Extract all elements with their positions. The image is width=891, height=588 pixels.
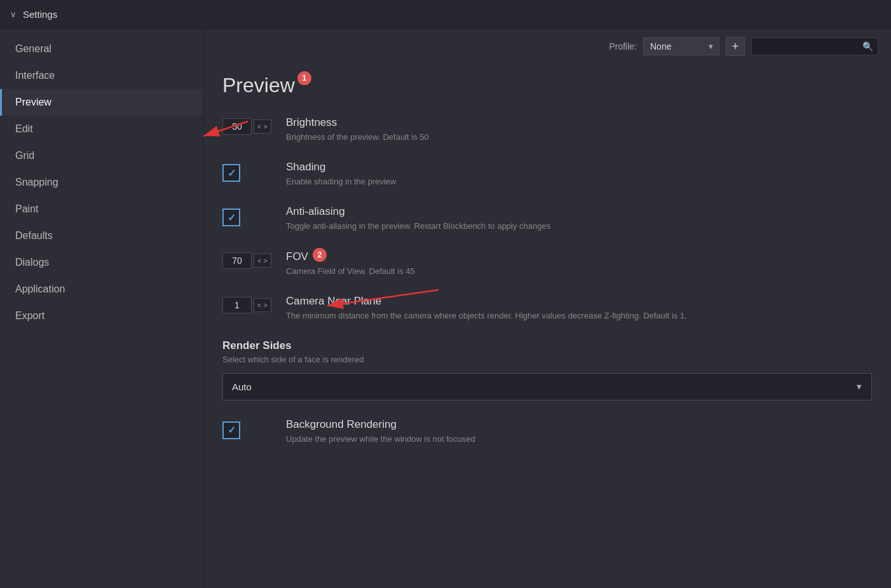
camera-near-plane-info: Camera Near Plane The minimum distance f… [286,295,872,322]
sidebar-item-preview[interactable]: Preview [0,89,203,116]
search-wrapper: 🔍 [751,38,878,55]
background-rendering-info: Background Rendering Update the preview … [286,418,872,445]
fov-number-row: < > [222,252,271,269]
fov-info: FOV 2 Camera Field of View. Default is 4… [286,250,872,277]
sidebar-item-dialogs[interactable]: Dialogs [0,249,203,276]
sidebar-item-application[interactable]: Application [0,276,203,303]
antialiasing-title: Anti-aliasing [286,205,872,218]
sidebar-label-application: Application [15,284,65,294]
sidebar-item-edit[interactable]: Edit [0,116,203,142]
antialiasing-checkmark: ✓ [228,212,236,224]
antialiasing-checkbox[interactable]: ✓ [222,209,240,226]
sidebar-label-general: General [15,43,51,54]
setting-row-camera-near-plane: < > Camera Near Plane The minimum distan… [222,295,872,322]
camera-near-plane-desc: The minimum distance from the camera whe… [286,310,872,322]
sidebar-item-general[interactable]: General [0,36,203,62]
page-title: Preview 1 [222,74,295,97]
sidebar-label-paint: Paint [15,203,38,214]
fov-title: FOV 2 [286,250,872,263]
camera-near-plane-arrows[interactable]: < > [254,298,271,312]
sidebar-item-grid[interactable]: Grid [0,142,203,169]
shading-control: ✓ [222,163,273,182]
page-badge: 1 [297,71,311,85]
profile-select-wrapper: None [643,38,719,55]
titlebar-title: Settings [23,9,57,20]
render-sides-select[interactable]: Auto Front Back Both [222,373,872,400]
main-layout: General Interface Preview Edit Grid Snap… [0,29,891,588]
brightness-desc: Brightness of the preview. Default is 50 [286,132,872,143]
sidebar-item-interface[interactable]: Interface [0,62,203,89]
antialiasing-info: Anti-aliasing Toggle anti-aliasing in th… [286,205,872,232]
content-area: Profile: None + 🔍 Preview 1 [203,29,891,588]
camera-near-plane-number-row: < > [222,297,271,313]
render-sides-desc: Select which side of a face is rendered [222,355,872,364]
render-sides-select-wrapper: Auto Front Back Both ▼ [222,373,872,400]
sidebar: General Interface Preview Edit Grid Snap… [0,29,203,588]
sidebar-item-defaults[interactable]: Defaults [0,222,203,249]
background-rendering-checkmark: ✓ [228,424,236,436]
shading-checkbox[interactable]: ✓ [222,164,240,182]
background-rendering-desc: Update the preview while the window is n… [286,434,872,445]
sidebar-label-dialogs: Dialogs [15,257,49,268]
antialiasing-control: ✓ [222,207,273,226]
sidebar-label-preview: Preview [15,97,51,107]
setting-row-brightness: < > Brightness Brightness of the preview… [222,116,872,143]
profile-select[interactable]: None [643,38,719,55]
sidebar-label-grid: Grid [15,150,34,161]
antialiasing-desc: Toggle anti-aliasing in the preview. Res… [286,221,872,232]
camera-near-plane-title: Camera Near Plane [286,295,872,308]
sidebar-label-interface: Interface [15,70,55,81]
brightness-number-row: < > [222,118,271,135]
setting-row-shading: ✓ Shading Enable shading in the preview [222,161,872,188]
camera-near-plane-input[interactable] [222,297,252,313]
setting-row-antialiasing: ✓ Anti-aliasing Toggle anti-aliasing in … [222,205,872,232]
profile-label: Profile: [609,41,637,51]
sidebar-item-snapping[interactable]: Snapping [0,169,203,196]
setting-row-fov: < > FOV 2 Camera Field of View. Default … [222,250,872,277]
shading-title: Shading [286,161,872,174]
page-title-row: Preview 1 [222,74,872,97]
background-rendering-title: Background Rendering [286,418,872,431]
content-header: Profile: None + 🔍 [596,29,891,56]
add-button[interactable]: + [726,37,745,56]
brightness-input[interactable] [222,118,252,135]
fov-arrows[interactable]: < > [254,254,271,268]
sidebar-item-paint[interactable]: Paint [0,196,203,222]
sidebar-label-snapping: Snapping [15,177,58,188]
render-sides-section: Render Sides Select which side of a face… [222,339,872,400]
fov-badge: 2 [313,248,327,262]
sidebar-label-edit: Edit [15,123,33,134]
search-icon[interactable]: 🔍 [862,41,873,51]
sidebar-label-export: Export [15,310,44,321]
shading-checkmark: ✓ [228,167,236,179]
brightness-title: Brightness [286,116,872,129]
render-sides-title: Render Sides [222,339,872,352]
brightness-info: Brightness Brightness of the preview. De… [286,116,872,143]
fov-desc: Camera Field of View. Default is 45 [286,266,872,277]
setting-row-background-rendering: ✓ Background Rendering Update the previe… [222,418,872,445]
shading-desc: Enable shading in the preview [286,176,872,188]
search-input[interactable] [751,38,878,55]
shading-info: Shading Enable shading in the preview [286,161,872,188]
brightness-control: < > [222,118,273,135]
camera-near-plane-control: < > [222,297,273,313]
background-rendering-checkbox[interactable]: ✓ [222,421,240,439]
titlebar: ∨ Settings [0,0,891,29]
sidebar-item-export[interactable]: Export [0,303,203,329]
background-rendering-control: ✓ [222,420,273,439]
fov-input[interactable] [222,252,252,269]
content-body: Preview 1 < > Brightness Brightness of t… [203,29,891,482]
brightness-arrows[interactable]: < > [254,120,271,133]
chevron-icon: ∨ [10,10,17,19]
sidebar-label-defaults: Defaults [15,230,53,241]
fov-control: < > [222,252,273,269]
